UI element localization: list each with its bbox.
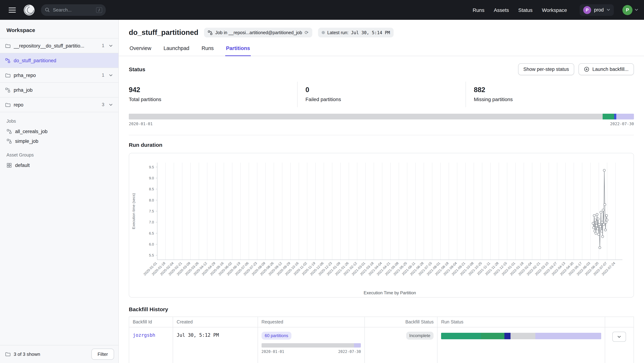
stat-label: Total partitions xyxy=(129,96,289,102)
chevron-down-icon xyxy=(635,9,638,11)
column-header-requested: Requested xyxy=(258,317,365,327)
sidebar-sections: Jobsall_cereals_jobsimple_jobAsset Group… xyxy=(0,112,118,170)
deployment-switcher[interactable]: P prod xyxy=(580,4,614,16)
bar-segment xyxy=(603,114,614,120)
sidebar-item-all-cereals-job[interactable]: all_cereals_job xyxy=(0,127,118,136)
topbar-nav: RunsAssetsStatusWorkspace xyxy=(468,7,572,13)
stat-label: Failed partitions xyxy=(306,96,458,102)
cell-backfill-status: Incomplete xyxy=(365,327,437,363)
page-header: do_stuff_partitioned Job in __reposi...a… xyxy=(119,20,644,38)
chevron-down-icon[interactable] xyxy=(108,72,114,78)
latest-run-time-link[interactable]: Jul 30, 5:14 PM xyxy=(351,30,390,35)
svg-text:6.5: 6.5 xyxy=(149,231,154,235)
table-header-row: Backfill IdCreatedRequestedBackfill Stat… xyxy=(129,317,634,327)
sidebar-item-repository-do-stuff-partitio[interactable]: __repository__do_stuff_partitio...1 xyxy=(0,38,118,53)
sidebar-section-jobs: Jobsall_cereals_jobsimple_job xyxy=(0,119,118,146)
sidebar-item-prha-repo[interactable]: prha_repo1 xyxy=(0,68,118,83)
svg-text:6.0: 6.0 xyxy=(149,242,154,246)
svg-text:9.0: 9.0 xyxy=(149,176,154,180)
requested-partition-bar xyxy=(262,343,361,348)
cell-expand xyxy=(605,327,634,363)
deployment-avatar: P xyxy=(583,6,591,14)
search-icon xyxy=(44,7,50,12)
repo-count-badge: 1 xyxy=(102,43,104,48)
requested-partitions-chip[interactable]: 60 partitions xyxy=(262,332,292,340)
sidebar-item-label: prha_job xyxy=(14,87,32,93)
sidebar-item-default[interactable]: default xyxy=(0,160,118,170)
run-status-bar[interactable] xyxy=(441,333,601,339)
folder-icon xyxy=(5,43,10,48)
app-root: Search... / RunsAssetsStatusWorkspace P … xyxy=(0,0,644,363)
sidebar-item-label: __repository__do_stuff_partitio... xyxy=(14,43,84,48)
folder-icon xyxy=(5,102,10,108)
backfill-history-heading: Backfill History xyxy=(129,306,634,312)
filter-button[interactable]: Filter xyxy=(92,348,114,360)
job-icon xyxy=(5,58,10,63)
repo-count-badge: 3 xyxy=(102,102,104,107)
expand-row-button[interactable] xyxy=(612,332,626,342)
partition-status-bar[interactable] xyxy=(129,114,634,120)
dagster-logo[interactable] xyxy=(23,4,35,16)
svg-text:Execution Time by Partition: Execution Time by Partition xyxy=(364,290,416,295)
nav-workspace[interactable]: Workspace xyxy=(542,7,567,13)
column-header-backfill-status: Backfill Status xyxy=(365,317,437,327)
column-header-run-status: Run Status xyxy=(437,317,605,327)
job-icon xyxy=(6,138,12,144)
cell-backfill-id: jozrgsbh xyxy=(129,327,173,363)
plus-circle-icon xyxy=(584,66,590,72)
launch-backfill-button[interactable]: Launch backfill... xyxy=(579,63,634,75)
svg-text:9.5: 9.5 xyxy=(149,165,154,169)
tab-partitions[interactable]: Partitions xyxy=(225,45,251,56)
job-icon xyxy=(6,129,12,134)
sidebar-item-repo[interactable]: repo3 xyxy=(0,98,118,112)
bar-segment xyxy=(481,333,504,339)
stat-missing-partitions: 882Missing partitions xyxy=(466,82,634,107)
partition-bar-labels: 2020-01-01 2022-07-30 xyxy=(129,122,634,126)
main-panel: do_stuff_partitioned Job in __reposi...a… xyxy=(119,20,644,363)
bar-segment xyxy=(354,343,361,348)
search-shortcut-key: / xyxy=(96,7,102,13)
repos-shown-count: 3 of 3 shown xyxy=(14,352,40,357)
status-dot-icon xyxy=(322,31,325,34)
nav-assets[interactable]: Assets xyxy=(494,7,509,13)
backfill-id-link[interactable]: jozrgsbh xyxy=(133,332,155,338)
stat-value: 942 xyxy=(129,86,289,94)
bar-segment xyxy=(614,114,616,120)
job-origin-chip: Job in __reposi...artitioned@partitioned… xyxy=(204,28,312,38)
job-icon xyxy=(5,87,10,93)
svg-text:8.0: 8.0 xyxy=(149,198,154,202)
chevron-down-icon[interactable] xyxy=(108,43,114,48)
repo-count-badge: 1 xyxy=(102,73,104,78)
stat-value: 882 xyxy=(474,86,626,94)
show-per-step-status-button[interactable]: Show per-step status xyxy=(518,63,574,75)
sidebar-item-simple-job[interactable]: simple_job xyxy=(0,136,118,146)
hamburger-menu-icon[interactable] xyxy=(6,4,19,16)
column-header-backfill-id: Backfill Id xyxy=(129,317,173,327)
stat-failed-partitions: 0Failed partitions xyxy=(297,82,466,107)
section-label: Jobs xyxy=(0,119,118,124)
sidebar-item-do-stuff-partitioned[interactable]: do_stuff_partitioned xyxy=(0,53,118,68)
sidebar-item-label: simple_job xyxy=(15,138,38,144)
search-input[interactable]: Search... / xyxy=(41,4,106,16)
bar-segment xyxy=(441,333,481,339)
refresh-icon[interactable]: ⟳ xyxy=(304,30,308,35)
stat-total-partitions: 942Total partitions xyxy=(129,82,297,107)
svg-text:Execution time (secs): Execution time (secs) xyxy=(132,193,136,229)
sidebar-item-prha-job[interactable]: prha_job xyxy=(0,83,118,98)
column-header-created: Created xyxy=(173,317,258,327)
run-duration-heading: Run duration xyxy=(129,142,634,148)
tab-runs[interactable]: Runs xyxy=(201,45,214,56)
nav-status[interactable]: Status xyxy=(518,7,532,13)
bar-segment xyxy=(535,333,601,339)
nav-runs[interactable]: Runs xyxy=(473,7,484,13)
created-timestamp: Jul 30, 5:12 PM xyxy=(177,332,219,338)
user-menu[interactable]: P xyxy=(622,5,638,15)
tab-launchpad[interactable]: Launchpad xyxy=(163,45,190,56)
bar-segment xyxy=(510,333,536,339)
requested-start-date: 2020-01-01 xyxy=(262,349,284,354)
run-duration-section: Run duration 2020-01-012020-01-182020-02… xyxy=(129,135,634,298)
chevron-down-icon[interactable] xyxy=(108,102,114,108)
sidebar-item-label: repo xyxy=(14,102,24,108)
tab-overview[interactable]: Overview xyxy=(129,45,152,56)
bar-segment xyxy=(262,343,354,348)
